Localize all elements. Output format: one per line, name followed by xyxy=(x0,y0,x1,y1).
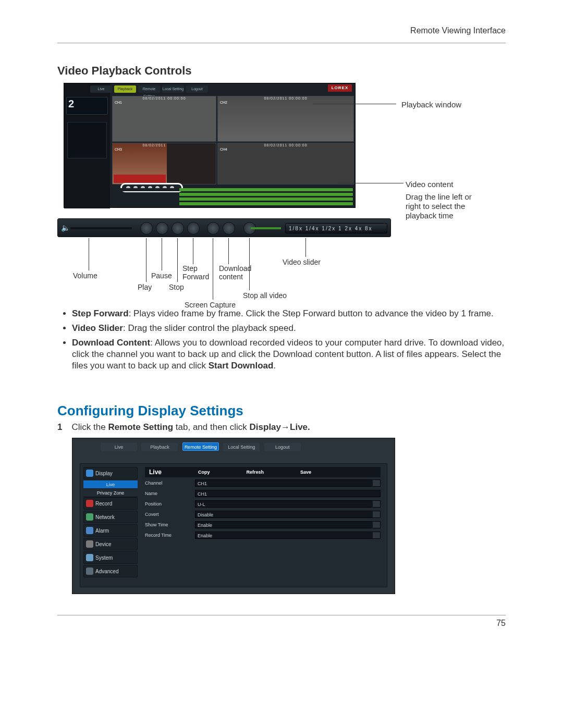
tab-local: Local Setting xyxy=(223,443,260,451)
playback-control-bar: 🔈 1/8x 1/4x 1/2x 1 2x 4x 8x xyxy=(57,218,391,237)
caption-screen-capture: Screen Capture xyxy=(185,301,236,309)
bullet-text: : Plays video frame by frame. Click the … xyxy=(129,309,494,318)
caption-stop: Stop xyxy=(169,283,184,291)
caption-video-slider: Video slider xyxy=(283,258,321,266)
row-value: Disable xyxy=(198,512,213,517)
copy-button: Copy xyxy=(198,470,210,475)
row-field: Disable xyxy=(195,511,381,518)
volume-track xyxy=(70,227,132,229)
nav-privacy: Privacy Zone xyxy=(83,489,138,497)
nav-alarm: Alarm xyxy=(83,524,138,537)
tab-logout: Logout xyxy=(186,85,208,93)
dropdown-icon xyxy=(373,522,380,528)
step-number: 1 xyxy=(57,422,62,433)
brand-logo: LOREX xyxy=(328,84,352,92)
nav-label: Device xyxy=(95,541,112,547)
step-pre: Click the xyxy=(71,422,108,432)
row-field: Enable xyxy=(195,521,381,528)
bullet-label: Download Content xyxy=(72,338,150,348)
channel-list xyxy=(67,122,107,158)
calendar-day: 2 xyxy=(68,98,74,110)
quad-2: 08/02/2011 00:00:00 CH2 xyxy=(217,96,354,142)
refresh-button: Refresh xyxy=(247,470,264,475)
bullet-video-slider: Video Slider: Drag the slider control th… xyxy=(72,323,506,334)
settings-nav: Display Live Privacy Zone Record Network… xyxy=(83,467,138,578)
bullet-tail: . xyxy=(273,361,276,371)
page-number: 75 xyxy=(57,615,506,628)
device-icon xyxy=(86,540,93,548)
step-1: 1 Click the Remote Setting tab, and then… xyxy=(57,422,506,433)
screen-capture-icon xyxy=(207,222,219,235)
dropdown-icon xyxy=(373,511,380,517)
settings-body: Display Live Privacy Zone Record Network… xyxy=(80,463,387,587)
panel-title: Live xyxy=(149,468,162,476)
caption-step-forward: Step Forward xyxy=(182,264,214,281)
timestamp: 08/02/2011 00:00:00 xyxy=(218,143,353,147)
remote-setting-screenshot: Live Playback Remote Setting Local Setti… xyxy=(72,438,395,594)
timestamp: 08/02/2011 00:00:00 xyxy=(218,96,353,100)
nav-advanced: Advanced xyxy=(83,565,138,577)
tab-playback: Playback xyxy=(114,85,136,93)
config-heading: Configuring Display Settings xyxy=(57,403,506,419)
download-icon xyxy=(223,222,235,235)
nav-label: Record xyxy=(95,501,112,507)
playback-screenshot: 2 Live Playback Remote Setting Local Set… xyxy=(64,83,356,208)
bullet-download: Download Content: Allows you to download… xyxy=(72,337,506,372)
step-bold-2: Display→Live. xyxy=(250,422,310,432)
step-forward-icon xyxy=(187,222,200,235)
bullet-bold-tail: Start Download xyxy=(209,361,274,371)
step-bold-1: Remote Setting xyxy=(108,422,173,432)
advanced-icon xyxy=(86,567,93,575)
play-icon xyxy=(140,222,153,235)
pause-icon xyxy=(156,222,168,235)
brand-text: LOREX xyxy=(328,84,352,92)
dropdown-icon xyxy=(373,480,380,486)
section-title: Video Playback Controls xyxy=(57,64,506,78)
row-label: Covert xyxy=(145,512,195,517)
channel-label: CH3 xyxy=(115,147,122,151)
callout-playback-window: Playback window xyxy=(401,100,461,109)
save-button: Save xyxy=(300,470,311,475)
settings-panel: Live Copy Refresh Save Channel CH1 Name … xyxy=(145,467,381,540)
explanation-list: Step Forward: Plays video frame by frame… xyxy=(72,308,506,372)
row-label: Channel xyxy=(145,480,195,486)
leader-line xyxy=(313,104,396,104)
nav-label: Display xyxy=(95,471,113,476)
row-field: Enable xyxy=(195,532,381,539)
nav-network: Network xyxy=(83,511,138,523)
channel-label: CH1 xyxy=(115,101,122,104)
row-channel: Channel CH1 xyxy=(145,478,381,488)
tab-live: Live xyxy=(90,85,112,93)
row-value: CH1 xyxy=(198,481,207,486)
row-field: U-L xyxy=(195,500,381,508)
caption-volume: Volume xyxy=(73,272,97,280)
row-record-time: Record Time Enable xyxy=(145,530,381,540)
row-field: CH1 xyxy=(195,479,381,487)
record-icon xyxy=(86,500,93,507)
quad-4: 08/02/2011 00:00:00 CH4 xyxy=(217,143,354,184)
system-icon xyxy=(86,554,93,561)
channel-label: CH4 xyxy=(220,147,227,151)
row-label: Show Time xyxy=(145,522,195,527)
nav-device: Device xyxy=(83,538,138,550)
top-tabs: Live Playback Remote Setting Local Setti… xyxy=(101,441,303,451)
tab-logout: Logout xyxy=(264,443,301,451)
nav-label: System xyxy=(95,555,113,561)
nav-label: Advanced xyxy=(95,569,118,574)
row-show-time: Show Time Enable xyxy=(145,520,381,529)
caption-pause: Pause xyxy=(151,272,172,280)
alarm-icon xyxy=(86,527,93,534)
tab-local: Local Setting xyxy=(162,85,184,93)
row-label: Record Time xyxy=(145,533,195,538)
caption-play: Play xyxy=(138,283,152,291)
nav-label: Alarm xyxy=(95,528,109,534)
row-covert: Covert Disable xyxy=(145,510,381,519)
tab-remote: Remote Setting xyxy=(138,85,160,93)
tab-live: Live xyxy=(101,443,137,451)
bullet-label: Video Slider xyxy=(72,323,123,333)
quad-3-aux xyxy=(167,143,216,184)
row-value: U-L xyxy=(198,502,205,507)
stop-icon xyxy=(172,222,184,235)
running-head: Remote Viewing Interface xyxy=(57,26,506,43)
dropdown-icon xyxy=(373,532,380,538)
